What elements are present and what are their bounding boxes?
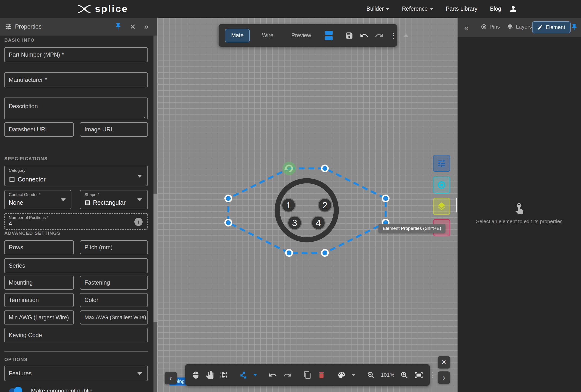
max-awg-field[interactable]: Max AWG (Smallest Wire) xyxy=(80,311,148,325)
collapse-toolbar-icon[interactable] xyxy=(403,34,409,37)
pins-tool[interactable] xyxy=(433,176,450,193)
collapse-panel-icon[interactable]: » xyxy=(144,22,149,31)
properties-panel-header: Properties ✕ » xyxy=(0,18,157,35)
layout-rows-icon[interactable] xyxy=(325,31,332,40)
image-url-placeholder: Image URL xyxy=(84,126,114,133)
selection-handle-bottom-left[interactable] xyxy=(285,249,293,257)
fastening-field[interactable]: Fastening xyxy=(80,276,148,290)
empty-state-message: Select an element to edit its properties xyxy=(476,219,562,224)
resize-handle-icon[interactable]: ⌟ xyxy=(144,114,146,118)
close-selection-button[interactable]: ✕ xyxy=(438,356,450,369)
delete-trash-icon[interactable] xyxy=(317,371,326,379)
rows-field[interactable]: Rows xyxy=(4,240,74,254)
termination-placeholder: Termination xyxy=(9,297,39,304)
close-panel-icon[interactable]: ✕ xyxy=(130,22,136,31)
positions-field[interactable]: Number of Positions * 4 i xyxy=(4,213,148,230)
expand-panel-icon[interactable]: « xyxy=(464,23,469,32)
part-number-field[interactable]: Part Number (MPN) * xyxy=(4,47,148,62)
fit-to-screen-icon[interactable] xyxy=(414,371,424,380)
pan-hand-icon[interactable] xyxy=(206,371,214,379)
zoom-out-icon[interactable] xyxy=(367,371,375,379)
connector-pin-4[interactable]: 4 xyxy=(312,216,325,230)
undo-icon[interactable] xyxy=(360,31,368,40)
layers-tool[interactable] xyxy=(433,198,450,215)
design-canvas[interactable]: 1 2 3 4 xyxy=(157,18,458,392)
section-advanced-settings: ADVANCED SETTINGS xyxy=(4,231,60,236)
datasheet-url-field[interactable]: Datasheet URL xyxy=(4,122,74,137)
brand-logo[interactable]: splice xyxy=(77,3,128,14)
wire-mode-button[interactable]: Wire xyxy=(256,29,279,42)
tab-element[interactable]: Element xyxy=(532,21,570,33)
category-select[interactable]: Category Connector xyxy=(4,166,148,186)
keying-code-field[interactable]: Keying Code xyxy=(4,328,148,342)
wire-node-dropdown-icon[interactable] xyxy=(254,374,257,376)
manufacturer-field[interactable]: Manufacturer * xyxy=(4,72,148,87)
make-public-row: Make component public xyxy=(9,388,92,392)
redo-icon[interactable] xyxy=(283,371,292,380)
contact-gender-select[interactable]: Contact Gender * None xyxy=(4,190,72,209)
max-awg-placeholder: Max AWG (Smallest Wire) xyxy=(84,314,146,321)
redo-icon[interactable] xyxy=(375,31,384,40)
palette-icon[interactable] xyxy=(337,371,346,380)
tab-layers[interactable]: Layers xyxy=(507,23,532,30)
features-select[interactable]: Features xyxy=(4,366,148,381)
connector-pin-3[interactable]: 3 xyxy=(288,216,302,230)
series-field[interactable]: Series xyxy=(4,258,148,273)
user-account-icon[interactable] xyxy=(509,4,518,13)
pin-icon[interactable] xyxy=(114,22,122,30)
marquee-select-icon[interactable] xyxy=(220,371,228,379)
save-icon[interactable] xyxy=(345,31,354,40)
tab-pins[interactable]: Pins xyxy=(480,23,500,30)
shape-select[interactable]: Shape * Rectangular xyxy=(80,190,148,209)
panel-scrollbar-thumb[interactable] xyxy=(154,194,157,322)
mounting-field[interactable]: Mounting xyxy=(4,276,74,290)
panel-back-button[interactable]: ‹ xyxy=(164,372,177,384)
rotate-handle[interactable] xyxy=(282,162,296,175)
wire-node-tool-icon[interactable] xyxy=(240,371,248,379)
shape-label: Shape * xyxy=(84,192,99,197)
nav-builder[interactable]: Builder xyxy=(366,5,390,12)
nav-reference[interactable]: Reference xyxy=(402,5,433,12)
element-properties-tool[interactable] xyxy=(433,155,450,172)
zoom-in-icon[interactable] xyxy=(400,371,408,379)
canvas-scrollbar-thumb[interactable] xyxy=(456,198,457,212)
connector-pin-2[interactable]: 2 xyxy=(318,198,332,212)
more-options-icon[interactable]: ⋮ xyxy=(390,32,397,39)
properties-panel: Properties ✕ » BASIC INFO Part Number (M… xyxy=(0,18,157,392)
color-field[interactable]: Color xyxy=(80,293,148,307)
tooltip-text: Element Properties (Shift+E) xyxy=(383,226,441,231)
next-button[interactable]: › xyxy=(438,372,450,384)
selection-handle-left-bottom[interactable] xyxy=(224,219,232,227)
nav-parts-library[interactable]: Parts Library xyxy=(446,5,478,12)
selection-handle-right-top[interactable] xyxy=(382,195,390,202)
min-awg-field[interactable]: Min AWG (Largest Wire) xyxy=(4,311,74,325)
close-icon: ✕ xyxy=(441,359,447,366)
color-placeholder: Color xyxy=(84,297,98,304)
pin-icon[interactable] xyxy=(570,23,578,31)
category-grid-icon xyxy=(9,176,15,183)
connector-pin-1[interactable]: 1 xyxy=(282,198,295,212)
copy-icon[interactable] xyxy=(303,371,312,379)
wire-label: Wire xyxy=(262,32,273,39)
selection-handle-bottom-right[interactable] xyxy=(321,249,329,257)
mouse-mode-icon[interactable] xyxy=(192,371,200,379)
more-options-icon[interactable]: ⋮ xyxy=(429,372,436,379)
svg-text:3: 3 xyxy=(292,218,297,228)
preview-mode-button[interactable]: Preview xyxy=(286,29,317,42)
info-icon[interactable]: i xyxy=(134,218,142,226)
mounting-placeholder: Mounting xyxy=(9,279,33,286)
nav-blog[interactable]: Blog xyxy=(490,5,501,12)
termination-field[interactable]: Termination xyxy=(4,293,74,307)
selection-handle-left-top[interactable] xyxy=(224,195,232,202)
min-awg-placeholder: Min AWG (Largest Wire) xyxy=(9,314,69,321)
undo-icon[interactable] xyxy=(268,371,277,380)
description-field[interactable]: Description ⌟ xyxy=(4,97,148,119)
pitch-field[interactable]: Pitch (mm) xyxy=(80,240,148,254)
mate-mode-button[interactable]: Mate xyxy=(225,29,250,42)
palette-dropdown-icon[interactable] xyxy=(352,374,355,376)
connector-element[interactable]: 1 2 3 4 xyxy=(277,181,336,240)
image-url-field[interactable]: Image URL xyxy=(80,122,148,137)
chevron-down-icon xyxy=(137,372,142,375)
selection-handle-top-right[interactable] xyxy=(321,165,329,172)
make-public-toggle[interactable] xyxy=(9,388,22,392)
